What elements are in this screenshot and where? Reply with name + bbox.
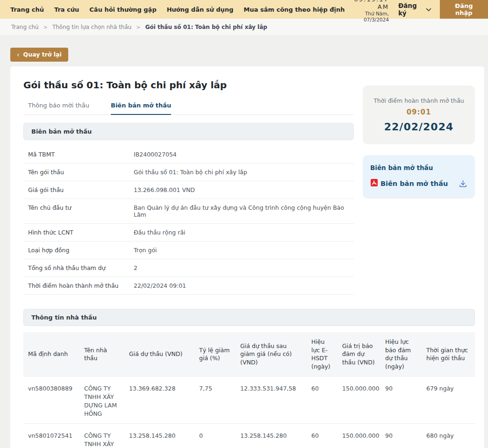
field-label: Loại hợp đồng: [28, 247, 134, 254]
package-detail-column: Gói thầu số 01: Toàn bộ chi phí xây lắp …: [23, 79, 354, 295]
page-title: Gói thầu số 01: Toàn bộ chi phí xây lắp: [23, 79, 354, 91]
field-value: 13.266.098.001 VND: [134, 186, 198, 193]
cell-discount-rate: 0: [194, 423, 236, 448]
field-value: Gói thầu số 01: Toàn bộ chi phí xây lắp: [134, 169, 250, 176]
col-header-bid-security-value: Giá trị bảo đảm dự thầu (VND): [337, 332, 380, 377]
field-row-completion-time: Thời điểm hoàn thành mở thầu 22/02/2024 …: [23, 277, 354, 295]
field-row-investor-name: Tên chủ đầu tư Ban Quản lý dự án đầu tư …: [23, 199, 354, 224]
cell-contractor-name: CÔNG TY TNHH XÂY DỰNG ĐOÀN QUÂN VIỆT: [79, 423, 124, 448]
breadcrumb: Trang chủ > Thông tin lựa chọn nhà thầu …: [0, 19, 488, 36]
cell-identifier: vn5800380889: [23, 377, 79, 424]
field-value: 22/02/2024 09:01: [134, 282, 189, 289]
breadcrumb-separator: >: [43, 24, 48, 30]
col-header-discount-rate: Tỷ lệ giảm giá (%): [194, 332, 236, 377]
chevron-left-icon: ‹: [17, 51, 20, 58]
nav-item-lookup[interactable]: Tra cứu: [54, 6, 79, 13]
breadcrumb-home[interactable]: Trang chủ: [11, 24, 39, 30]
main-menu: Trang chủ Tra cứu Câu hỏi thường gặp Hướ…: [10, 6, 345, 13]
completion-date-value: 22/02/2024: [367, 121, 470, 133]
cell-bid-price: 13.369.682.328: [124, 377, 194, 424]
download-card-title: Biên bản mở thầu: [370, 164, 467, 171]
clock-time: 09:19:17 AM: [345, 0, 389, 11]
nav-right-group: 09:19:17 AM Thứ Năm, 07/3/2024 Đăng ký Đ…: [345, 0, 488, 19]
chevron-down-icon: [426, 6, 431, 13]
breadcrumb-current-page: Gói thầu số 01: Toàn bộ chi phí xây lắp: [145, 24, 267, 30]
field-value: Đấu thầu rộng rãi: [134, 229, 188, 236]
nav-item-agreement-procurement[interactable]: Mua sắm công theo hiệp định: [244, 6, 344, 13]
field-row-contractor-count: Tổng số nhà thầu tham dự 2: [23, 259, 354, 277]
clock-display: 09:19:17 AM Thứ Năm, 07/3/2024: [345, 0, 389, 23]
nav-item-user-guide[interactable]: Hướng dẫn sử dụng: [167, 6, 234, 13]
back-button[interactable]: ‹ Quay trở lại: [10, 48, 68, 62]
main-content-card: Gói thầu số 01: Toàn bộ chi phí xây lắp …: [10, 66, 484, 448]
field-label: Tên gói thầu: [28, 169, 134, 176]
cell-execution-duration: 679 ngày: [422, 377, 475, 424]
field-row-contract-type: Loại hợp đồng Trọn gói: [23, 242, 354, 259]
section-header-contractor-info: Thông tin nhà thầu: [23, 309, 475, 326]
col-header-execution-duration: Thời gian thực hiện gói thầu: [422, 332, 475, 377]
cell-bid-security-value: 150.000.000: [337, 423, 380, 448]
field-value: 2: [134, 264, 140, 271]
cell-bid-security-validity: 90: [380, 423, 422, 448]
nav-item-home[interactable]: Trang chủ: [10, 6, 44, 13]
field-value: Ban Quản lý dự án đầu tư xây dựng và Côn…: [134, 204, 354, 218]
col-header-ehsdt-validity: Hiệu lực E-HSDT (ngày): [307, 332, 337, 377]
field-label: Mã TBMT: [28, 151, 134, 158]
cell-ehsdt-validity: 60: [307, 423, 337, 448]
breadcrumb-contractor-selection[interactable]: Thông tin lựa chọn nhà thầu: [52, 24, 132, 30]
register-label: Đăng ký: [398, 2, 423, 17]
cell-discount-rate: 7,75: [194, 377, 236, 424]
top-navigation-bar: Trang chủ Tra cứu Câu hỏi thường gặp Hướ…: [0, 0, 488, 19]
contractor-info-section: Thông tin nhà thầu Mã định danh Tên nhà …: [23, 309, 475, 448]
cell-bid-price-after-discount: 12.333.531.947,58: [236, 377, 307, 424]
download-icon[interactable]: [459, 179, 467, 188]
cell-bid-price: 13.258.145.280: [124, 423, 194, 448]
field-label: Giá gói thầu: [28, 186, 134, 193]
record-download-link[interactable]: Biên bản mở thầu: [380, 180, 448, 187]
cell-bid-security-value: 150.000.000: [337, 377, 380, 424]
tab-invitation-notice[interactable]: Thông báo mời thầu: [28, 102, 89, 114]
field-row-package-price: Giá gói thầu 13.266.098.001 VND: [23, 181, 354, 199]
field-row-lcnt-form: Hình thức LCNT Đấu thầu rộng rãi: [23, 224, 354, 242]
clock-date: Thứ Năm, 07/3/2024: [345, 11, 389, 23]
section-header-bid-opening-record: Biên bản mở thầu: [23, 123, 354, 140]
register-dropdown[interactable]: Đăng ký: [398, 2, 431, 17]
table-row: vn5800380889 CÔNG TY TNHH XÂY DỰNG LAM H…: [23, 377, 475, 424]
cell-bid-security-validity: 90: [380, 377, 422, 424]
field-label: Tổng số nhà thầu tham dự: [28, 264, 134, 271]
tab-bar: Thông báo mời thầu Biên bản mở thầu: [23, 102, 354, 115]
completion-time-value: 09:01: [367, 108, 470, 116]
cell-execution-duration: 680 ngày: [422, 423, 475, 448]
breadcrumb-separator: >: [136, 24, 140, 30]
col-header-bid-price: Giá dự thầu (VND): [124, 332, 194, 377]
login-button[interactable]: Đăng nhập: [440, 0, 488, 19]
field-label: Hình thức LCNT: [28, 229, 134, 236]
field-label: Thời điểm hoàn thành mở thầu: [28, 282, 134, 289]
cell-identifier: vn5801072541: [23, 423, 79, 448]
completion-time-card: Thời điểm hoàn thành mở thầu 09:01 22/02…: [363, 85, 475, 144]
tab-bid-opening-record[interactable]: Biên bản mở thầu: [111, 102, 171, 115]
table-header-row: Mã định danh Tên nhà thầu Giá dự thầu (V…: [23, 332, 475, 377]
bid-record-fields: Mã TBMT IB2400027054 Tên gói thầu Gói th…: [23, 146, 354, 295]
col-header-contractor-name: Tên nhà thầu: [79, 332, 124, 377]
field-value: Trọn gói: [134, 247, 160, 254]
col-header-bid-price-after-discount: Giá dự thầu sau giảm giá (nếu có) (VND): [236, 332, 307, 377]
cell-bid-price-after-discount: 13.258.145.280: [236, 423, 307, 448]
field-row-package-name: Tên gói thầu Gói thầu số 01: Toàn bộ chi…: [23, 164, 354, 181]
sidebar: Thời điểm hoàn thành mở thầu 09:01 22/02…: [363, 79, 475, 295]
contractor-table: Mã định danh Tên nhà thầu Giá dự thầu (V…: [23, 332, 475, 448]
col-header-bid-security-validity: Hiệu lực bảo đảm dự thầu (ngày): [380, 332, 422, 377]
cell-ehsdt-validity: 60: [307, 377, 337, 424]
col-header-identifier: Mã định danh: [23, 332, 79, 377]
cell-contractor-name: CÔNG TY TNHH XÂY DỰNG LAM HỒNG: [79, 377, 124, 424]
nav-item-faq[interactable]: Câu hỏi thường gặp: [89, 6, 156, 13]
pdf-file-icon: [370, 178, 378, 189]
back-button-label: Quay trở lại: [23, 51, 62, 58]
field-label: Tên chủ đầu tư: [28, 204, 134, 211]
field-row-tbmt-code: Mã TBMT IB2400027054: [23, 146, 354, 164]
field-value: IB2400027054: [134, 151, 179, 158]
record-download-card: Biên bản mở thầu Biên bản mở thầu: [363, 155, 475, 199]
completion-time-label: Thời điểm hoàn thành mở thầu: [367, 97, 470, 104]
table-row: vn5801072541 CÔNG TY TNHH XÂY DỰNG ĐOÀN …: [23, 423, 475, 448]
